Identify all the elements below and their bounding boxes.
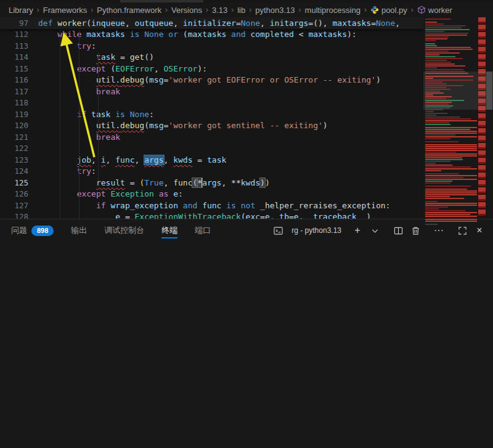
line-number: 127 — [0, 200, 38, 212]
trash-icon[interactable] — [408, 223, 423, 238]
code-line-text: if wrap_exception and func is not _helpe… — [38, 200, 390, 212]
code-line-text: task = get() — [38, 52, 154, 63]
minimap[interactable] — [423, 17, 493, 217]
breadcrumb-separator: › — [299, 6, 301, 14]
breadcrumb-item-python3-13[interactable]: python3.13 — [255, 6, 295, 15]
split-icon[interactable] — [391, 223, 405, 238]
indent-guide — [79, 29, 79, 219]
code-line-112[interactable]: 112 while maxtasks is None or (maxtasks … — [0, 29, 493, 41]
line-number: 124 — [0, 166, 38, 177]
code-line-119[interactable]: 119 if task is None: — [0, 109, 493, 121]
breadcrumb-label: pool.py — [381, 6, 407, 15]
panel-tab-终端[interactable]: 终端 — [161, 219, 177, 242]
breadcrumb-item-frameworks[interactable]: Frameworks — [43, 6, 88, 15]
sticky-scroll-line[interactable]: 97def worker(inqueue, outqueue, initiali… — [0, 17, 493, 29]
line-number: 113 — [0, 41, 38, 52]
code-line-text: util.debug(msg='worker got sentinel -- e… — [38, 120, 328, 132]
terminal-title[interactable]: rg - python3.13 — [291, 226, 341, 235]
breadcrumb-item-multiprocessing[interactable]: multiprocessing — [305, 6, 361, 15]
line-number: 114 — [0, 52, 38, 63]
code-line-117[interactable]: 117 break — [0, 86, 493, 98]
line-number: 119 — [0, 109, 38, 121]
code-lines: 112 while maxtasks is None or (maxtasks … — [0, 29, 493, 219]
code-editor[interactable]: 97def worker(inqueue, outqueue, initiali… — [0, 17, 493, 219]
code-line-118[interactable]: 118 — [0, 97, 493, 109]
line-number: 112 — [0, 29, 38, 41]
breadcrumb: Library›Frameworks›Python.framework›Vers… — [0, 2, 493, 17]
panel-tab-label: 终端 — [161, 219, 177, 242]
problems-count-badge: 898 — [31, 226, 54, 236]
code-line-120[interactable]: 120 util.debug(msg='worker got sentinel … — [0, 120, 493, 132]
breadcrumb-separator: › — [206, 6, 208, 14]
minimap-slider[interactable] — [423, 71, 493, 110]
breadcrumb-separator: › — [37, 6, 39, 14]
line-number: 118 — [0, 97, 38, 109]
plus-icon[interactable]: + — [350, 223, 365, 238]
breadcrumb-separator: › — [364, 6, 367, 14]
code-line-124[interactable]: 124 try: — [0, 166, 493, 177]
line-number: 115 — [0, 63, 38, 75]
code-line-text: result = (True, func(*args, **kwds)) — [38, 177, 270, 189]
code-line-text: except (EOFError, OSError): — [38, 63, 207, 75]
code-line-123[interactable]: 123 job, i, func, args, kwds = task — [0, 155, 493, 166]
panel-tab-端口[interactable]: 端口 — [195, 219, 211, 242]
code-line-text: if task is None: — [38, 109, 154, 121]
code-line-text: try: — [38, 41, 96, 52]
code-line-122[interactable]: 122 — [0, 143, 493, 155]
code-line-text: job, i, func, args, kwds = task — [38, 155, 226, 166]
breadcrumb-item-lib[interactable]: lib — [237, 6, 245, 15]
breadcrumb-item-worker[interactable]: worker — [417, 6, 452, 15]
code-line-121[interactable]: 121 break — [0, 132, 493, 144]
breadcrumb-label: multiprocessing — [305, 6, 361, 15]
code-line-126[interactable]: 126 except Exception as e: — [0, 189, 493, 200]
bottom-panel: 问题898输出调试控制台终端端口 rg - python3.13 +···× i… — [0, 219, 493, 448]
breadcrumb-label: 3.13 — [212, 6, 227, 15]
editor-scrollbar-thumb[interactable] — [486, 71, 492, 110]
breadcrumb-label: Frameworks — [43, 6, 88, 15]
terminal-icon — [271, 223, 285, 238]
breadcrumb-label: python3.13 — [255, 6, 295, 15]
line-number: 120 — [0, 120, 38, 132]
code-line-128[interactable]: 128 e = ExceptionWithTraceback(exc=e, tb… — [0, 211, 493, 219]
indent-guide — [98, 52, 99, 181]
code-line-113[interactable]: 113 try: — [0, 41, 493, 52]
panel-tabs: 问题898输出调试控制台终端端口 — [11, 219, 271, 242]
breadcrumb-item-pool-py[interactable]: pool.py — [370, 6, 407, 15]
panel-tab-label: 调试控制台 — [104, 219, 144, 242]
code-line-116[interactable]: 116 util.debug(msg='worker got EOFError … — [0, 75, 493, 86]
panel-tab-label: 问题 — [11, 219, 27, 242]
chevron-down-icon[interactable] — [367, 223, 382, 238]
symbol-method-icon — [417, 6, 426, 14]
code-line-125[interactable]: 125 result = (True, func(*args, **kwds)) — [0, 177, 493, 189]
code-line-text: e = ExceptionWithTraceback(exc=e, tb=e._… — [38, 211, 371, 219]
code-line-127[interactable]: 127 if wrap_exception and func is not _h… — [0, 200, 493, 212]
breadcrumb-label: Versions — [171, 6, 202, 15]
line-number: 116 — [0, 75, 38, 86]
breadcrumb-item-python-framework[interactable]: Python.framework — [97, 6, 161, 15]
line-number: 97 — [0, 17, 38, 29]
line-number: 125 — [0, 177, 38, 189]
breadcrumb-item-3-13[interactable]: 3.13 — [212, 6, 227, 15]
panel-tab-问题[interactable]: 问题898 — [11, 219, 54, 242]
code-line-114[interactable]: 114 task = get() — [0, 52, 493, 63]
breadcrumb-label: lib — [237, 6, 245, 15]
panel-tab-调试控制台[interactable]: 调试控制台 — [104, 219, 144, 242]
code-line-115[interactable]: 115 except (EOFError, OSError): — [0, 63, 493, 75]
breadcrumb-separator: › — [411, 6, 414, 14]
code-line-text: while maxtasks is None or (maxtasks and … — [38, 29, 357, 41]
panel-tab-label: 端口 — [195, 219, 211, 242]
breadcrumb-separator: › — [165, 6, 168, 14]
panel-header: 问题898输出调试控制台终端端口 rg - python3.13 +···× — [0, 219, 493, 242]
overview-ruler — [478, 17, 486, 217]
panel-tab-输出[interactable]: 输出 — [71, 219, 87, 242]
code-line-text: util.debug(msg='worker got EOFError or O… — [38, 75, 381, 86]
panel-tab-label: 输出 — [71, 219, 87, 242]
code-line-text: def worker(inqueue, outqueue, initialize… — [38, 17, 400, 29]
line-number: 121 — [0, 132, 38, 144]
breadcrumb-item-library[interactable]: Library — [9, 6, 33, 15]
line-number: 117 — [0, 86, 38, 98]
breadcrumb-item-versions[interactable]: Versions — [171, 6, 202, 15]
indent-guide — [60, 29, 60, 219]
line-number: 123 — [0, 155, 38, 166]
line-number: 128 — [0, 211, 38, 219]
